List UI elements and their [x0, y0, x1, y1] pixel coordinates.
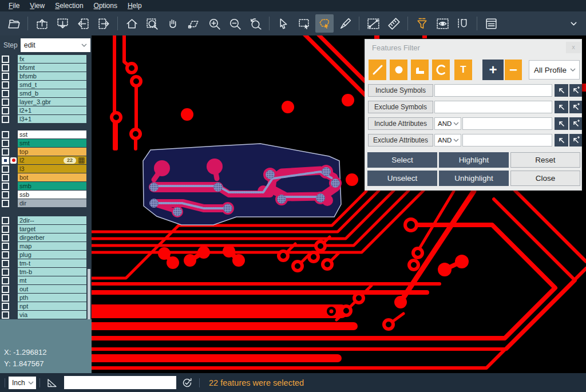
- layer-visibility-checkbox[interactable]: [2, 286, 9, 293]
- layer-row-top[interactable]: top: [0, 148, 86, 156]
- show-hide-button[interactable]: [433, 14, 452, 33]
- layer-indicator[interactable]: [9, 64, 18, 72]
- layer-visibility-checkbox[interactable]: [2, 200, 9, 207]
- filter-add-button[interactable]: +: [482, 60, 504, 80]
- include-symbols-button[interactable]: Include Symbols: [368, 84, 433, 97]
- layer-row-2dir--[interactable]: 2dir--: [0, 216, 86, 224]
- menu-selection[interactable]: Selection: [50, 1, 88, 10]
- layer-indicator[interactable]: [9, 182, 18, 190]
- layer-visibility-checkbox[interactable]: [2, 157, 9, 164]
- unselect-button[interactable]: Unselect: [367, 171, 437, 186]
- layer-row-tm-b[interactable]: tm-b: [0, 268, 86, 276]
- layer-row-smb[interactable]: smb: [0, 182, 86, 190]
- layer-visibility-checkbox[interactable]: [2, 183, 9, 190]
- layer-row-l2+1[interactable]: l2+1: [0, 106, 86, 114]
- dialog-title[interactable]: Features Filter: [372, 43, 420, 52]
- select-rectangle-button[interactable]: [295, 14, 313, 33]
- pick-attribute-add-button[interactable]: [569, 134, 582, 146]
- toolbar-overflow-button[interactable]: [564, 14, 583, 33]
- layer-visibility-checkbox[interactable]: [2, 260, 9, 267]
- filter-type-line-button[interactable]: [369, 60, 386, 80]
- layer-visibility-checkbox[interactable]: [2, 165, 9, 173]
- layer-visibility-checkbox[interactable]: [2, 98, 9, 106]
- measure-ruler-button[interactable]: [385, 14, 403, 33]
- unhighlight-button[interactable]: Unhighlight: [439, 171, 509, 186]
- exclude-attributes-input[interactable]: [462, 134, 552, 146]
- layer-row-sst[interactable]: sst: [0, 130, 86, 138]
- layer-row-fx[interactable]: fx: [0, 55, 86, 63]
- layer-row-bfsmt[interactable]: bfsmt: [0, 64, 86, 72]
- layer-visibility-checkbox[interactable]: [2, 140, 9, 147]
- layer-row-dirgerber[interactable]: dirgerber: [0, 233, 86, 241]
- menu-help[interactable]: Help: [122, 1, 147, 10]
- layer-indicator[interactable]: [9, 302, 18, 310]
- layer-indicator[interactable]: [9, 259, 18, 267]
- layer-visibility-checkbox[interactable]: [2, 90, 9, 97]
- layer-row-ssb[interactable]: ssb: [0, 191, 86, 199]
- panel-toggle-button[interactable]: [482, 14, 500, 33]
- layer-visibility-checkbox[interactable]: [2, 251, 9, 259]
- zoom-previous-button[interactable]: [246, 14, 264, 33]
- exclude-symbols-input[interactable]: [434, 101, 552, 113]
- layer-visibility-checkbox[interactable]: [2, 191, 9, 199]
- angle-mode-button[interactable]: [46, 377, 58, 389]
- export-up-button[interactable]: [33, 14, 51, 33]
- layer-indicator[interactable]: [9, 55, 18, 63]
- paint-brush-button[interactable]: [336, 14, 354, 33]
- layer-row-l3+1[interactable]: l3+1: [0, 115, 86, 123]
- layer-visibility-checkbox[interactable]: [2, 174, 9, 181]
- active-layer-indicator[interactable]: [9, 156, 18, 164]
- layer-row-target[interactable]: target: [0, 225, 86, 233]
- dialog-close-button[interactable]: x: [566, 42, 581, 53]
- layer-indicator[interactable]: [9, 165, 18, 173]
- zoom-window-button[interactable]: [143, 14, 161, 33]
- layer-visibility-checkbox[interactable]: [2, 225, 9, 233]
- grid-icon[interactable]: [78, 157, 85, 164]
- layer-row-smt[interactable]: smt: [0, 139, 86, 147]
- pick-attribute-button[interactable]: [555, 117, 568, 130]
- zoom-polygon-button[interactable]: [184, 14, 203, 33]
- pan-button[interactable]: [164, 14, 182, 33]
- layer-indicator[interactable]: [9, 233, 18, 241]
- layer-indicator[interactable]: [9, 115, 18, 123]
- layer-row-pth[interactable]: pth: [0, 294, 86, 302]
- layer-list-scrollbar[interactable]: [88, 269, 90, 319]
- snap-button[interactable]: [454, 14, 472, 33]
- highlight-button[interactable]: Highlight: [439, 152, 509, 168]
- close-button[interactable]: Close: [510, 171, 580, 186]
- layer-indicator[interactable]: [9, 81, 18, 89]
- layer-indicator[interactable]: [9, 216, 18, 224]
- filter-type-surface-button[interactable]: [411, 60, 429, 80]
- exclude-symbols-button[interactable]: Exclude Symbols: [368, 101, 433, 113]
- layer-indicator[interactable]: [9, 199, 18, 207]
- layer-indicator[interactable]: [9, 311, 18, 319]
- layer-indicator[interactable]: [9, 191, 18, 199]
- include-attributes-and-dropdown[interactable]: AND: [434, 117, 461, 130]
- layer-row-map[interactable]: map: [0, 242, 86, 250]
- layer-row-bot[interactable]: bot: [0, 173, 86, 181]
- zoom-in-button[interactable]: [205, 14, 223, 33]
- layer-indicator[interactable]: [9, 130, 18, 138]
- include-attributes-button[interactable]: Include Attributes: [368, 117, 433, 130]
- layer-indicator[interactable]: [9, 173, 18, 181]
- layer-indicator[interactable]: [9, 294, 18, 302]
- layer-visibility-checkbox[interactable]: [2, 268, 9, 276]
- shift-right-button[interactable]: [94, 14, 113, 33]
- pick-attribute-add-button[interactable]: [569, 117, 582, 130]
- layer-visibility-checkbox[interactable]: [2, 234, 9, 241]
- include-attributes-input[interactable]: [462, 117, 552, 130]
- pick-symbol-add-button[interactable]: [569, 84, 582, 97]
- layer-row-smd_b[interactable]: smd_b: [0, 89, 86, 97]
- pick-symbol-button[interactable]: [555, 84, 568, 97]
- layer-row-out[interactable]: out: [0, 285, 86, 293]
- selection-region[interactable]: [143, 144, 342, 225]
- layer-indicator[interactable]: [9, 89, 18, 97]
- command-input[interactable]: [64, 376, 176, 389]
- pick-attribute-button[interactable]: [555, 134, 568, 146]
- import-down-button[interactable]: [53, 14, 72, 33]
- layer-row-l3[interactable]: l3: [0, 165, 86, 173]
- filter-remove-button[interactable]: −: [505, 60, 522, 80]
- features-filter-button[interactable]: [413, 14, 431, 33]
- layer-row-mt[interactable]: mt: [0, 276, 86, 284]
- layer-visibility-checkbox[interactable]: [2, 131, 9, 138]
